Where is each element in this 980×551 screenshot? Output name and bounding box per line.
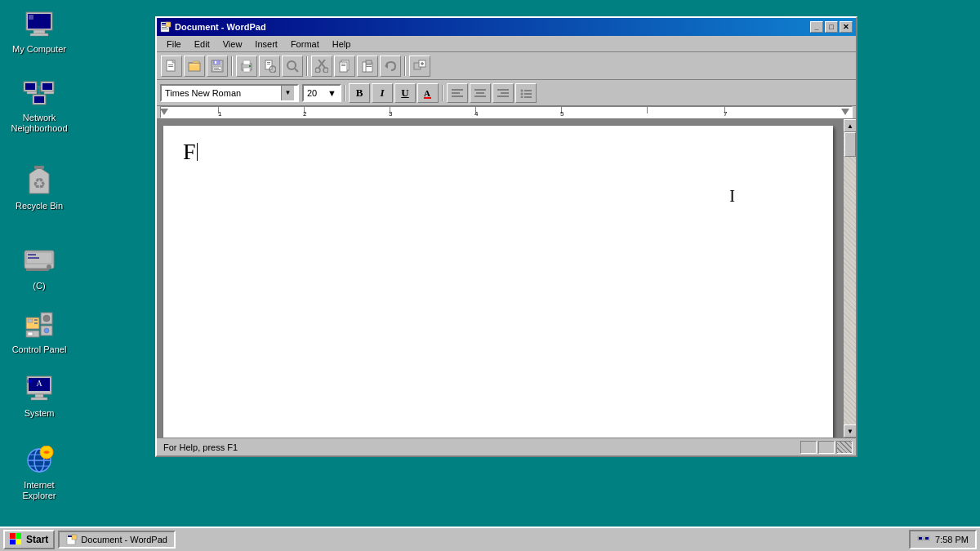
c-drive-icon[interactable]: (C) <box>7 242 72 295</box>
svg-rect-57 <box>189 63 200 71</box>
c-drive-image <box>23 245 56 278</box>
font-dropdown-arrow[interactable]: ▼ <box>281 86 294 100</box>
underline-label: U <box>401 87 408 100</box>
svg-rect-3 <box>30 33 48 36</box>
my-computer-label: My Computer <box>12 44 66 55</box>
menu-edit[interactable]: Edit <box>188 38 216 51</box>
network-neighborhood-image <box>23 77 56 109</box>
doc-text: F <box>183 139 196 165</box>
svg-rect-103 <box>501 92 509 94</box>
svg-line-73 <box>274 71 275 72</box>
menu-view[interactable]: View <box>216 38 249 51</box>
svg-rect-66 <box>243 60 250 64</box>
minimize-button[interactable]: _ <box>810 21 823 33</box>
color-button[interactable]: A <box>417 83 439 103</box>
recycle-bin-icon[interactable]: ♻ Recycle Bin <box>7 162 72 215</box>
menu-insert[interactable]: Insert <box>248 38 284 51</box>
scroll-thumb[interactable] <box>844 132 856 157</box>
menu-bar: File Edit View Insert Format Help <box>157 36 856 52</box>
menu-file[interactable]: File <box>160 38 188 51</box>
bold-button[interactable]: B <box>349 83 370 103</box>
control-panel-icon[interactable]: Control Panel <box>7 305 72 358</box>
print-preview-button[interactable] <box>259 56 280 77</box>
taskbar-wordpad-button[interactable]: Document - WordPad <box>58 531 176 549</box>
status-boxes <box>800 441 853 454</box>
align-right-button[interactable] <box>492 83 514 103</box>
svg-rect-27 <box>34 322 38 324</box>
undo-button[interactable] <box>380 56 401 77</box>
format-toolbar: Times New Roman ▼ 20 ▼ B I U A <box>157 80 856 106</box>
svg-text:A: A <box>36 379 42 388</box>
italic-label: I <box>380 87 384 100</box>
find-button[interactable] <box>282 56 303 77</box>
svg-rect-21 <box>28 257 39 259</box>
svg-rect-25 <box>28 319 33 322</box>
start-button[interactable]: Start <box>3 530 55 549</box>
internet-explorer-icon[interactable]: Internet Explorer <box>7 441 72 504</box>
taskbar-window-label: Document - WordPad <box>81 535 167 544</box>
doc-content-line: F <box>183 139 813 165</box>
network-neighborhood-icon[interactable]: Network Neighborhood <box>7 73 72 137</box>
close-button[interactable]: ✕ <box>840 21 853 33</box>
insert-object-button[interactable] <box>409 56 430 77</box>
svg-rect-56 <box>168 66 173 67</box>
svg-point-78 <box>315 68 320 73</box>
svg-rect-33 <box>28 332 33 335</box>
svg-rect-39 <box>27 380 32 383</box>
format-sep-1 <box>344 85 345 101</box>
save-button[interactable] <box>207 56 228 77</box>
doc-scroll[interactable]: F I <box>157 119 843 438</box>
scroll-track[interactable] <box>844 132 856 424</box>
status-text: For Help, press F1 <box>160 442 800 452</box>
print-button[interactable] <box>236 56 257 77</box>
svg-rect-87 <box>366 64 372 65</box>
maximize-button[interactable]: □ <box>825 21 838 33</box>
svg-text:♻: ♻ <box>33 176 46 192</box>
system-icon[interactable]: A System <box>7 369 72 422</box>
doc-area: F I ▲ ▼ <box>157 119 856 438</box>
scrollbar-vertical: ▲ ▼ <box>843 119 856 438</box>
svg-point-31 <box>44 328 49 333</box>
bullet-list-button[interactable] <box>515 83 537 103</box>
bold-label: B <box>356 87 363 100</box>
ruler-left-indent[interactable] <box>160 109 168 115</box>
size-dropdown[interactable]: 20 ▼ <box>302 84 341 102</box>
menu-help[interactable]: Help <box>326 38 358 51</box>
font-name-label: Times New Roman <box>165 88 281 98</box>
svg-point-68 <box>249 65 251 67</box>
align-left-button[interactable] <box>447 83 468 103</box>
copy-button[interactable] <box>334 56 355 77</box>
size-dropdown-arrow[interactable]: ▼ <box>327 88 336 98</box>
svg-rect-37 <box>31 398 47 400</box>
svg-rect-97 <box>452 92 460 94</box>
ruler-right-indent[interactable] <box>841 109 849 115</box>
doc-page[interactable]: F I <box>163 126 833 438</box>
cut-button[interactable] <box>311 56 332 77</box>
svg-text:A: A <box>424 88 430 98</box>
svg-rect-99 <box>474 89 486 91</box>
svg-point-109 <box>521 96 523 98</box>
open-button[interactable] <box>184 56 205 77</box>
scroll-down-button[interactable]: ▼ <box>844 424 856 438</box>
underline-button[interactable]: U <box>394 83 416 103</box>
my-computer-icon[interactable]: My Computer <box>7 5 72 58</box>
title-bar: Document - WordPad _ □ ✕ <box>157 18 856 36</box>
align-center-button[interactable] <box>470 83 491 103</box>
scroll-up-button[interactable]: ▲ <box>844 119 856 132</box>
italic-button[interactable]: I <box>372 83 393 103</box>
svg-rect-64 <box>214 69 220 70</box>
system-label: System <box>24 408 55 419</box>
recycle-bin-label: Recycle Bin <box>16 201 63 211</box>
svg-rect-70 <box>267 62 270 63</box>
font-dropdown[interactable]: Times New Roman ▼ <box>160 84 299 102</box>
svg-rect-81 <box>340 62 347 72</box>
menu-format[interactable]: Format <box>284 38 326 51</box>
control-panel-image <box>23 309 56 341</box>
paste-button[interactable] <box>357 56 378 77</box>
svg-rect-96 <box>452 89 463 91</box>
new-button[interactable] <box>161 56 182 77</box>
tray-network-icon <box>917 533 930 546</box>
recycle-bin-image: ♻ <box>23 165 56 198</box>
svg-rect-104 <box>497 96 509 97</box>
system-tray: 7:58 PM <box>909 530 977 549</box>
